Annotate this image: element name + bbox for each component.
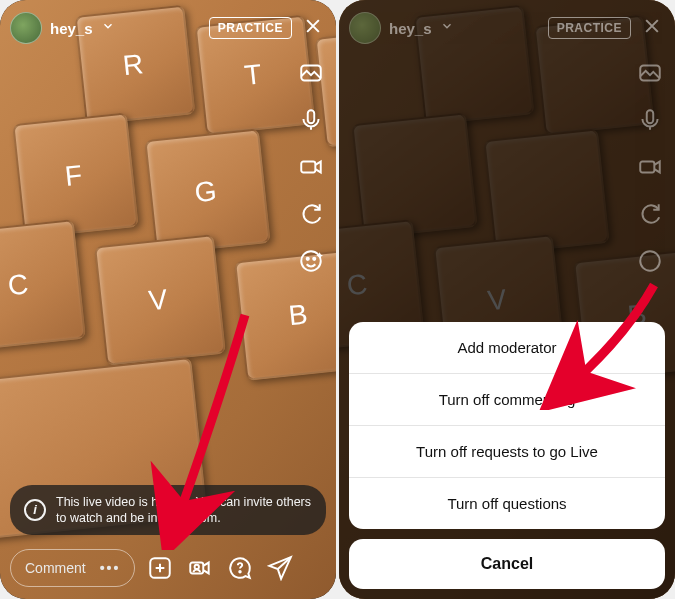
- switch-camera-icon: [635, 199, 665, 229]
- svg-point-9: [240, 571, 242, 573]
- effects-face-icon[interactable]: [296, 246, 326, 276]
- add-media-icon[interactable]: [145, 555, 175, 581]
- effects-face-icon: [635, 246, 665, 276]
- bottom-bar: Comment •••: [10, 549, 326, 587]
- side-icon-column: [296, 58, 326, 276]
- svg-point-13: [640, 251, 660, 271]
- video-camera-icon[interactable]: [296, 152, 326, 182]
- more-options-icon[interactable]: •••: [100, 560, 121, 576]
- svg-point-4: [307, 258, 309, 260]
- gallery-icon[interactable]: [296, 58, 326, 88]
- svg-rect-12: [640, 162, 654, 173]
- key-c: C: [0, 219, 86, 351]
- live-header: hey_s PRACTICE: [349, 12, 665, 44]
- side-icon-column: [635, 58, 665, 276]
- username-label: hey_s: [389, 20, 432, 37]
- gallery-icon: [635, 58, 665, 88]
- microphone-icon[interactable]: [296, 105, 326, 135]
- avatar: [349, 12, 381, 44]
- info-icon: i: [24, 499, 46, 521]
- action-cancel[interactable]: Cancel: [349, 539, 665, 589]
- practice-badge: PRACTICE: [548, 17, 631, 39]
- share-icon[interactable]: [265, 555, 295, 581]
- avatar[interactable]: [10, 12, 42, 44]
- svg-point-8: [195, 565, 199, 569]
- key-f: F: [12, 112, 138, 238]
- practice-badge: PRACTICE: [209, 17, 292, 39]
- close-icon[interactable]: [300, 16, 326, 41]
- live-header: hey_s PRACTICE: [10, 12, 326, 44]
- microphone-icon: [635, 105, 665, 135]
- phone-right-screenshot: C V B hey_s PRACTICE Add moderator Turn …: [339, 0, 675, 599]
- chevron-down-icon: [440, 19, 454, 37]
- comment-input[interactable]: Comment •••: [10, 549, 135, 587]
- action-turn-off-requests[interactable]: Turn off requests to go Live: [349, 426, 665, 478]
- question-icon[interactable]: [225, 555, 255, 581]
- svg-point-5: [313, 258, 315, 260]
- svg-rect-11: [647, 110, 654, 123]
- phone-left-screenshot: R T Y F G C V B hey_s PRACTICE: [0, 0, 336, 599]
- invite-guest-icon[interactable]: [185, 555, 215, 581]
- chevron-down-icon[interactable]: [101, 19, 115, 37]
- comment-placeholder: Comment: [25, 560, 86, 576]
- svg-rect-2: [301, 162, 315, 173]
- annotation-arrow-right: [539, 280, 669, 410]
- annotation-arrow-left: [150, 310, 270, 550]
- action-turn-off-questions[interactable]: Turn off questions: [349, 478, 665, 529]
- video-camera-icon: [635, 152, 665, 182]
- close-icon: [639, 16, 665, 41]
- username-label[interactable]: hey_s: [50, 20, 93, 37]
- switch-camera-icon[interactable]: [296, 199, 326, 229]
- svg-rect-1: [308, 110, 315, 123]
- svg-point-3: [301, 251, 321, 271]
